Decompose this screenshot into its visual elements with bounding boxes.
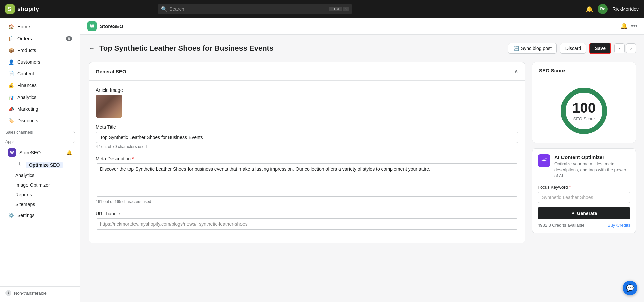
analytics-icon: 📊 (8, 94, 14, 100)
image-optimizer-label: Image Optimizer (15, 182, 50, 188)
sidebar-item-content[interactable]: 📄 Content (3, 68, 77, 79)
home-icon: 🏠 (8, 24, 14, 30)
sidebar-item-label: Analytics (17, 95, 36, 100)
notification-bell-icon[interactable]: 🔔 (586, 5, 593, 13)
generate-label: Generate (577, 210, 597, 216)
sidebar-item-discounts[interactable]: 🏷️ Discounts (3, 115, 77, 126)
svg-text:S: S (8, 6, 11, 12)
focus-keyword-input[interactable] (538, 192, 630, 203)
focus-keyword-label: Focus Keyword * (538, 185, 630, 190)
chat-bubble-button[interactable]: 💬 (623, 281, 637, 295)
page-content: ← Top Synthetic Leather Shoes for Busine… (80, 35, 644, 302)
nav-arrows: ‹ › (614, 43, 636, 53)
sidebar-item-finances[interactable]: 💰 Finances (3, 80, 77, 91)
article-image (96, 95, 122, 118)
discard-button[interactable]: Discard (560, 43, 586, 54)
chevron-right-icon: › (73, 139, 75, 144)
chat-icon: 💬 (626, 284, 634, 292)
credits-row: 4982.8 Credits available Buy Credits (538, 223, 630, 228)
sidebar-item-home[interactable]: 🏠 Home (3, 21, 77, 33)
page-header-actions: 🔄 Sync blog post Discard Save ‹ › (508, 43, 636, 54)
meta-title-input[interactable] (96, 132, 518, 143)
save-button[interactable]: Save (589, 43, 611, 54)
seo-score-card: SEO Score 100 SEO Score (532, 62, 636, 143)
sidebar-item-marketing[interactable]: 📣 Marketing (3, 103, 77, 115)
sidebar-item-label: Finances (17, 83, 37, 88)
main-column: General SEO ∧ Article Image (89, 62, 525, 243)
sidebar-sub-sitemaps[interactable]: Sitemaps (3, 200, 77, 209)
url-handle-label: URL handle (96, 211, 518, 216)
storeseo-bell-icon: 🔔 (66, 150, 72, 155)
sidebar-item-orders[interactable]: 📋 Orders 9 (3, 33, 77, 44)
collapse-icon[interactable]: ∧ (514, 68, 518, 75)
buy-credits-link[interactable]: Buy Credits (608, 223, 630, 228)
meta-description-textarea[interactable]: Discover the top Synthetic Leather Shoes… (96, 163, 518, 197)
sidebar-sub-image-optimizer[interactable]: Image Optimizer (3, 180, 77, 190)
orders-badge: 9 (66, 36, 72, 41)
credits-text: 4982.8 Credits available (538, 223, 584, 228)
plugin-more-icon[interactable]: ••• (631, 23, 637, 30)
sales-channels-section[interactable]: Sales channels › (0, 127, 80, 136)
sidebar-sub-reports[interactable]: Reports (3, 190, 77, 199)
topbar-logo: S shopify (5, 4, 39, 14)
seo-score-circle: 100 SEO Score (559, 86, 609, 136)
sidebar-item-analytics[interactable]: 📊 Analytics (3, 92, 77, 103)
sidebar-item-optimize-seo[interactable]: └ Optimize SEO (3, 160, 77, 170)
content-icon: 📄 (8, 71, 14, 77)
side-column: SEO Score 100 SEO Score (532, 62, 636, 243)
search-input[interactable] (158, 4, 352, 14)
meta-description-char-count: 161 out of 165 characters used (96, 199, 518, 204)
general-seo-title: General SEO (96, 69, 126, 74)
nav-prev-button[interactable]: ‹ (614, 43, 625, 53)
sidebar-item-label: Orders (17, 36, 32, 41)
url-handle-input[interactable] (96, 218, 518, 230)
plugin-bell-icon[interactable]: 🔔 (620, 22, 628, 30)
topbar-search: 🔍 CTRL K (158, 4, 352, 14)
general-seo-card-body: Article Image Meta Title 47 out of 70 ch… (89, 81, 525, 243)
sidebar-item-label: Products (17, 48, 36, 53)
sitemaps-label: Sitemaps (15, 202, 35, 207)
storeseo-app-icon: W (8, 148, 16, 157)
sidebar-item-storeseo[interactable]: W StoreSEO 🔔 (3, 146, 77, 159)
settings-label: Settings (17, 213, 35, 218)
back-button[interactable]: ← (89, 45, 95, 52)
apps-section[interactable]: Apps › (0, 136, 80, 145)
sync-blog-post-button[interactable]: 🔄 Sync blog post (508, 43, 557, 54)
meta-title-char-count: 47 out of 70 characters used (96, 144, 518, 149)
analytics-sub-label: Analytics (15, 173, 34, 178)
generate-button[interactable]: ✦ Generate (538, 207, 630, 219)
sidebar-item-label: Home (17, 24, 30, 29)
marketing-icon: 📣 (8, 106, 14, 112)
shoe-image (96, 95, 122, 118)
article-image-group: Article Image (96, 87, 518, 118)
sidebar-nav: 🏠 Home 📋 Orders 9 📦 Products 👤 Customers… (0, 18, 80, 224)
settings-icon: ⚙️ (8, 212, 14, 218)
sidebar-sub-analytics[interactable]: Analytics (3, 171, 77, 180)
general-seo-card-header[interactable]: General SEO ∧ (89, 62, 525, 81)
generate-sparkle-icon: ✦ (571, 210, 575, 216)
topbar-right: 🔔 Rc RickMortdev (586, 4, 639, 14)
sidebar-item-label: Customers (17, 59, 40, 65)
search-icon: 🔍 (161, 6, 168, 12)
products-icon: 📦 (8, 47, 14, 53)
nav-next-button[interactable]: › (626, 43, 636, 53)
sidebar-item-products[interactable]: 📦 Products (3, 45, 77, 56)
seo-score-text: SEO Score (573, 116, 595, 121)
tree-line-icon: └ (18, 162, 21, 168)
finances-icon: 💰 (8, 82, 14, 88)
non-transferable-text: Non-transferable (14, 291, 47, 296)
customers-icon: 👤 (8, 59, 14, 65)
ai-optimizer-card: AI Content Optimizer Optimize your meta … (532, 148, 636, 233)
ai-card-header: AI Content Optimizer Optimize your meta … (538, 154, 630, 179)
main-layout: 🏠 Home 📋 Orders 9 📦 Products 👤 Customers… (0, 18, 644, 302)
sidebar-item-settings[interactable]: ⚙️ Settings (3, 209, 77, 221)
sync-label: Sync blog post (521, 46, 552, 51)
ai-sparkle-icon (538, 154, 550, 167)
seo-score-title: SEO Score (532, 62, 636, 79)
sidebar-item-customers[interactable]: 👤 Customers (3, 56, 77, 68)
meta-title-group: Meta Title 47 out of 70 characters used (96, 124, 518, 149)
search-keyboard-shortcut: CTRL K (329, 7, 349, 11)
plugin-bar: W StoreSEO 🔔 ••• (80, 18, 644, 35)
non-transferable-banner: ℹ Non-transferable (0, 286, 80, 299)
seo-score-number: 100 (572, 101, 596, 115)
